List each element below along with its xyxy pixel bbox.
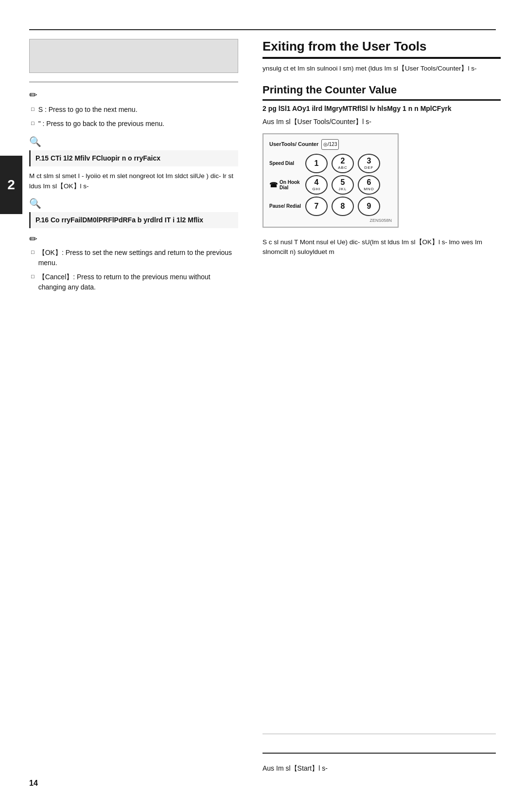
keypad-grid: Speed Dial 1 2 ABC 3 DEF ☎ On Hook Dial … bbox=[269, 154, 392, 216]
bullet-item-2: □ " : Press to go back to the previous m… bbox=[29, 119, 238, 129]
ref-text-2: P.16 Co rryFailDM0lPRFlPdRFa b yrdlrd IT… bbox=[35, 215, 233, 225]
thin-rule bbox=[29, 82, 238, 82]
bullet-icon-4: □ bbox=[31, 273, 35, 279]
bullet-icon-1: □ bbox=[31, 106, 35, 112]
keypad-symbol: ◎/123 bbox=[321, 139, 339, 150]
bottom-rule bbox=[262, 753, 496, 754]
right-body-1: ynsulg ct et Im sln sulnooi l sm) met (l… bbox=[262, 64, 501, 74]
hook-icon: ☎ bbox=[269, 181, 278, 189]
bold-ref: 2 pg lSl1 AOy1 ilrd lMgryMTRflSl lv hlsM… bbox=[262, 104, 501, 114]
keypad-main-label: UserTools/ Counter bbox=[269, 141, 318, 147]
bullet-icon-3: □ bbox=[31, 249, 35, 255]
gray-box bbox=[29, 39, 238, 73]
key-9[interactable]: 9 bbox=[358, 197, 380, 216]
ref-text-1: P.15 CTi 1l2 Mfilv FCluopir n o rryFaicx bbox=[35, 153, 233, 163]
search-icon-1: 🔍 bbox=[29, 136, 238, 147]
bullet-text-3: 【OK】: Press to set the new settings and … bbox=[38, 248, 238, 268]
key-7[interactable]: 7 bbox=[305, 197, 328, 216]
bullet-item-4: □ 【Cancel】: Press to return to the previ… bbox=[29, 272, 238, 292]
note-icon-1: ✏ bbox=[29, 89, 238, 101]
top-rule bbox=[29, 29, 496, 30]
section-badge: 2 bbox=[0, 156, 22, 214]
keypad-diagram: UserTools/ Counter ◎/123 Speed Dial 1 2 … bbox=[262, 133, 399, 228]
bullet-item-1: □ S : Press to go to the next menu. bbox=[29, 105, 238, 115]
ref-box-1: P.15 CTi 1l2 Mfilv FCluopir n o rryFaicx bbox=[29, 150, 238, 166]
bullet-icon-2: □ bbox=[31, 120, 35, 126]
bullet-text-2: " : Press to go back to the previous men… bbox=[38, 119, 164, 129]
keypad-side-label-3: Pause/ Redial bbox=[269, 203, 303, 209]
key-2[interactable]: 2 ABC bbox=[332, 154, 354, 173]
key-1[interactable]: 1 bbox=[305, 154, 328, 173]
key-5[interactable]: 5 JKL bbox=[332, 175, 354, 195]
key-6[interactable]: 6 MNO bbox=[358, 175, 380, 195]
left-column: ✏ □ S : Press to go to the next menu. □ … bbox=[29, 39, 238, 296]
keypad-side-label-2: ☎ On Hook Dial bbox=[269, 180, 303, 190]
aus-label-1: Aus Im sl【User Tools/Counter】l s- bbox=[262, 118, 501, 126]
bullet-text-1: S : Press to go to the next menu. bbox=[38, 105, 138, 115]
key-3[interactable]: 3 DEF bbox=[358, 154, 380, 173]
section-title-2: Printing the Counter Value bbox=[262, 84, 501, 100]
search-icon-2: 🔍 bbox=[29, 198, 238, 209]
zens-code: ZENS058N bbox=[269, 218, 392, 223]
keypad-side-label-1: Speed Dial bbox=[269, 160, 303, 166]
bullet-text-4: 【Cancel】: Press to return to the previou… bbox=[38, 272, 238, 292]
right-body-2: S c sl nusl T Mont nsul el Ue) dic- sU(l… bbox=[262, 237, 501, 258]
keypad-top-row: UserTools/ Counter ◎/123 bbox=[269, 139, 392, 150]
note-icon-2: ✏ bbox=[29, 233, 238, 245]
key-8[interactable]: 8 bbox=[332, 197, 354, 216]
section-title-1: Exiting from the User Tools bbox=[262, 39, 501, 59]
bullet-item-3: □ 【OK】: Press to set the new settings an… bbox=[29, 248, 238, 268]
key-4[interactable]: 4 GHI bbox=[305, 175, 328, 195]
bottom-thin-rule bbox=[262, 734, 496, 734]
body-text-1: M ct slm sl smet I - lyoiio et m slet no… bbox=[29, 171, 238, 192]
page-number: 14 bbox=[29, 779, 38, 788]
right-column: Exiting from the User Tools ynsulg ct et… bbox=[262, 39, 501, 260]
ref-box-2: P.16 Co rryFailDM0lPRFlPdRFa b yrdlrd IT… bbox=[29, 212, 238, 228]
aus-label-start: Aus Im sl【Start】l s- bbox=[262, 764, 328, 773]
